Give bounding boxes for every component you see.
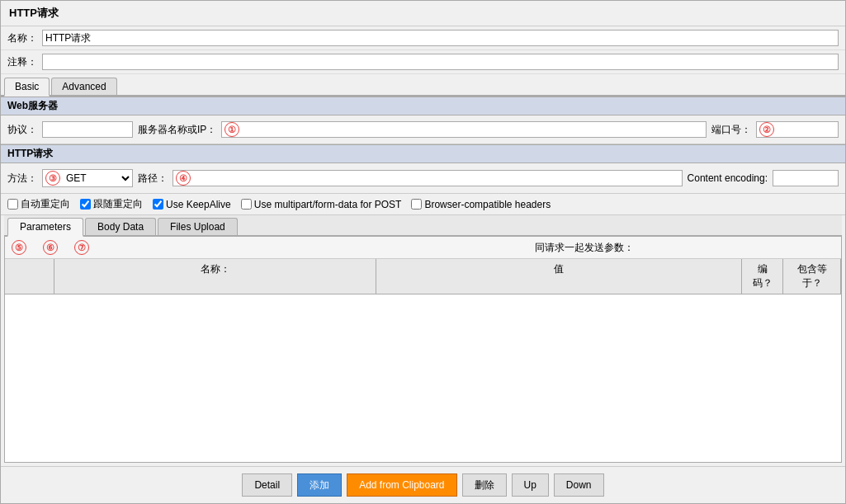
encoding-label: Content encoding: [688,172,768,184]
multipart-checkbox[interactable]: Use multipart/form-data for POST [241,199,402,210]
name-input[interactable] [42,30,839,46]
name-label: 名称： [7,31,37,45]
circle-5: ⑤ [12,240,26,255]
comment-label: 注释： [7,55,37,69]
path-input[interactable] [173,170,683,186]
title-bar: HTTP请求 [1,1,845,26]
protocol-input[interactable] [42,121,133,138]
params-inner-content: ⑤ ⑥ ⑦ 同请求一起发送参数： 名称： 值 编码？ 包含等于？ [4,237,842,463]
circle-7: ⑦ [74,240,89,255]
follow-redirect-checkbox[interactable]: 跟随重定向 [80,197,143,211]
params-note: 同请求一起发送参数： [333,241,834,255]
server-label: 服务器名称或IP： [138,123,216,137]
add-clipboard-button[interactable]: Add from Clipboard [347,473,456,497]
main-window: HTTP请求 名称： 注释： Basic Advanced Web服务器 协议：… [0,0,846,504]
delete-button[interactable]: 删除 [462,473,507,497]
circle-4: ④ [176,171,191,186]
col-number-header [5,259,54,294]
params-top-row: ⑤ ⑥ ⑦ 同请求一起发送参数： [5,237,841,259]
server-input[interactable] [221,121,707,138]
comment-input[interactable] [42,54,839,70]
params-table-header: 名称： 值 编码？ 包含等于？ [5,259,841,294]
params-table-body [5,294,841,462]
down-button[interactable]: Down [554,473,604,497]
window-title: HTTP请求 [9,7,59,19]
content-area: Web服务器 协议： 服务器名称或IP： ① 端口号： ② HTTP请求 [1,97,845,466]
tab-parameters[interactable]: Parameters [7,218,83,237]
port-label: 端口号： [711,123,751,137]
col-include-header: 包含等于？ [783,259,841,294]
encoding-input[interactable] [773,170,839,186]
circles-row: ⑤ ⑥ ⑦ [12,240,333,255]
add-button[interactable]: 添加 [297,473,342,497]
auto-redirect-checkbox[interactable]: 自动重定向 [7,197,70,211]
col-name-header: 名称： [54,259,376,294]
name-row: 名称： [1,26,845,50]
circle-2: ② [759,122,774,137]
tab-body-data[interactable]: Body Data [85,218,156,235]
browser-headers-checkbox[interactable]: Browser-compatible headers [411,199,551,210]
server-row: 协议： 服务器名称或IP： ① 端口号： ② [7,119,839,140]
up-button[interactable]: Up [512,473,549,497]
method-path-row: 方法： GET POST PUT DELETE ③ 路径： ④ Content … [7,167,839,190]
web-server-header: Web服务器 [1,97,845,115]
path-label: 路径： [138,172,168,186]
col-encode-header: 编码？ [742,259,783,294]
circle-6: ⑥ [43,240,58,255]
inner-tab-bar: Parameters Body Data Files Upload [4,215,842,237]
comment-row: 注释： [1,50,845,74]
method-label: 方法： [7,172,37,186]
main-tab-bar: Basic Advanced [1,74,845,97]
params-section: Parameters Body Data Files Upload ⑤ ⑥ ⑦ [4,215,842,463]
col-value-header: 值 [376,259,742,294]
bottom-bar: Detail 添加 Add from Clipboard 删除 Up Down [1,466,845,503]
keep-alive-checkbox[interactable]: Use KeepAlive [153,199,231,210]
tab-files-upload[interactable]: Files Upload [158,218,238,235]
http-request-header: HTTP请求 [1,144,845,163]
web-server-content: 协议： 服务器名称或IP： ① 端口号： ② [1,115,845,144]
detail-button[interactable]: Detail [242,473,292,497]
tab-basic[interactable]: Basic [4,78,50,97]
http-request-content: 方法： GET POST PUT DELETE ③ 路径： ④ Content … [1,163,845,194]
checkboxes-row: 自动重定向 跟随重定向 Use KeepAlive Use multipart/… [1,194,845,215]
method-select[interactable]: GET POST PUT DELETE [42,169,133,187]
protocol-label: 协议： [7,123,37,137]
tab-advanced[interactable]: Advanced [51,78,116,95]
